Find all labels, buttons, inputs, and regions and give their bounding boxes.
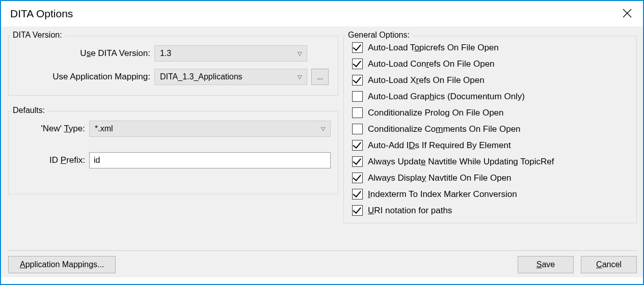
general-option-1[interactable]: Auto-Load Conrefs On File Open — [352, 59, 631, 69]
checkbox[interactable] — [352, 156, 363, 167]
checkbox-label: Conditionalize Prolog On File Open — [368, 108, 504, 118]
bottom-bar: Application Mappings... Save Cancel — [8, 250, 637, 273]
general-option-2[interactable]: Auto-Load Xrefs On File Open — [352, 75, 631, 86]
checkbox[interactable] — [352, 173, 363, 183]
id-prefix-label: ID Prefix: — [16, 155, 89, 165]
checkbox[interactable] — [352, 205, 363, 216]
defaults-legend: Defaults: — [11, 106, 47, 115]
checkbox-label: Auto-Load Conrefs On File Open — [368, 59, 495, 69]
save-button[interactable]: Save — [518, 256, 574, 273]
dita-version-legend: DITA Version: — [11, 31, 64, 40]
use-app-mapping-select[interactable]: DITA_1.3_Applications ▽ — [154, 69, 307, 85]
top-area: DITA Version: Use DITA Version: 1.3 ▽ Us… — [8, 31, 637, 247]
checkbox[interactable] — [352, 107, 363, 118]
checkbox[interactable] — [352, 189, 363, 200]
general-option-10[interactable]: URI notation for paths — [352, 205, 631, 216]
dita-options-dialog: DITA Options DITA Version: Use DITA Vers… — [0, 0, 644, 285]
checkbox-label: URI notation for paths — [368, 206, 452, 216]
use-dita-version-value: 1.3 — [160, 49, 171, 58]
button-group: Save Cancel — [518, 256, 637, 273]
dita-version-group: DITA Version: Use DITA Version: 1.3 ▽ Us… — [8, 36, 338, 96]
checkbox[interactable] — [352, 91, 363, 102]
checkbox-label: Indexterm To Index Marker Conversion — [368, 189, 517, 200]
left-column: DITA Version: Use DITA Version: 1.3 ▽ Us… — [8, 31, 338, 247]
use-app-mapping-value: DITA_1.3_Applications — [160, 72, 243, 81]
general-options-group: General Options: Auto-Load Topicrefs On … — [343, 36, 637, 223]
close-button[interactable] — [619, 7, 636, 21]
cancel-button[interactable]: Cancel — [581, 256, 637, 273]
checkbox[interactable] — [352, 59, 363, 69]
close-icon — [623, 9, 632, 18]
titlebar: DITA Options — [1, 1, 643, 26]
checkbox[interactable] — [352, 42, 363, 53]
id-prefix-input[interactable] — [89, 152, 331, 168]
checkbox-label: Auto-Add IDs If Required By Element — [368, 140, 511, 151]
checkbox-label: Auto-Load Xrefs On File Open — [368, 75, 485, 86]
chevron-down-icon: ▽ — [298, 74, 302, 80]
new-type-select[interactable]: *.xml ▽ — [89, 121, 331, 137]
checkbox[interactable] — [352, 140, 363, 151]
checkbox-label: Conditionalize Comments On File Open — [368, 124, 521, 134]
new-type-label: 'New' Type: — [16, 124, 89, 134]
general-option-3[interactable]: Auto-Load Graphics (Documentum Only) — [352, 91, 631, 102]
general-option-0[interactable]: Auto-Load Topicrefs On File Open — [352, 42, 631, 53]
defaults-group: Defaults: 'New' Type: *.xml ▽ ID Prefix: — [8, 111, 338, 194]
new-type-row: 'New' Type: *.xml ▽ — [16, 121, 331, 137]
checkbox[interactable] — [352, 124, 363, 134]
browse-mapping-button[interactable]: ... — [311, 69, 329, 85]
use-dita-version-row: Use DITA Version: 1.3 ▽ — [16, 45, 331, 62]
checkbox-label: Auto-Load Graphics (Documentum Only) — [368, 92, 525, 102]
general-option-6[interactable]: Auto-Add IDs If Required By Element — [352, 140, 631, 151]
right-column: General Options: Auto-Load Topicrefs On … — [343, 31, 637, 247]
general-option-5[interactable]: Conditionalize Comments On File Open — [352, 124, 631, 134]
general-options-legend: General Options: — [346, 31, 412, 40]
chevron-down-icon: ▽ — [298, 50, 302, 57]
general-option-4[interactable]: Conditionalize Prolog On File Open — [352, 107, 631, 118]
use-dita-version-label: Use DITA Version: — [16, 48, 154, 59]
checkbox-label: Always Update Navtitle While Updating To… — [368, 157, 554, 167]
chevron-down-icon: ▽ — [321, 126, 325, 132]
application-mappings-button[interactable]: Application Mappings... — [8, 256, 116, 273]
checkbox-label: Auto-Load Topicrefs On File Open — [368, 43, 499, 53]
general-option-7[interactable]: Always Update Navtitle While Updating To… — [352, 156, 631, 167]
id-prefix-row: ID Prefix: — [16, 152, 331, 168]
use-dita-version-select[interactable]: 1.3 ▽ — [154, 45, 307, 62]
dialog-title: DITA Options — [10, 8, 73, 20]
general-options-list: Auto-Load Topicrefs On File OpenAuto-Loa… — [352, 42, 631, 216]
new-type-value: *.xml — [95, 124, 113, 133]
checkbox-label: Always Display Navtitle On File Open — [368, 173, 512, 183]
general-option-8[interactable]: Always Display Navtitle On File Open — [352, 173, 631, 183]
dialog-content: DITA Version: Use DITA Version: 1.3 ▽ Us… — [1, 26, 643, 277]
general-option-9[interactable]: Indexterm To Index Marker Conversion — [352, 189, 631, 200]
use-app-mapping-row: Use Application Mapping: DITA_1.3_Applic… — [16, 69, 331, 85]
checkbox[interactable] — [352, 75, 363, 86]
use-app-mapping-label: Use Application Mapping: — [16, 72, 154, 82]
